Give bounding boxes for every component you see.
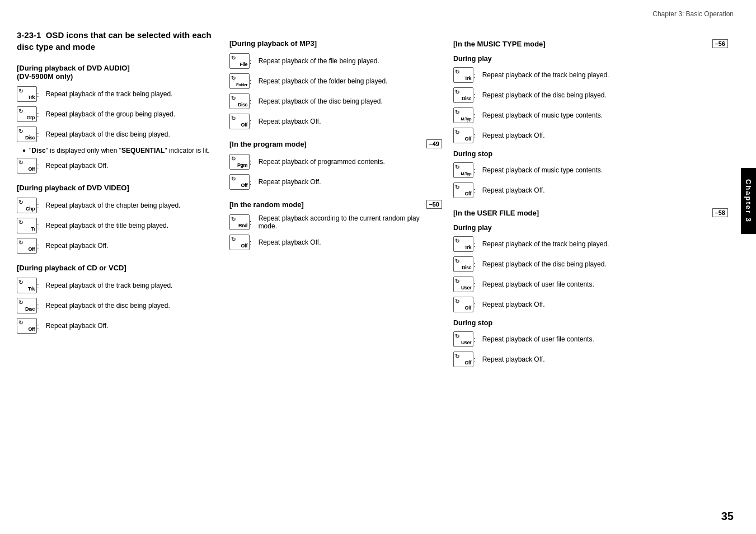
icon-row-off-program: ↻ Off : Repeat playback Off. [229, 174, 442, 190]
icon-disc-music: ↻ Disc [453, 87, 473, 103]
ref-49: –49 [426, 139, 442, 148]
icon-trk-cd: ↻ Trk [17, 278, 37, 293]
sub-heading-user-stop: During stop [453, 319, 728, 327]
section-heading-dvd-video: [During playback of DVD VIDEO] [17, 184, 218, 192]
icon-row-disc-music: ↻ Disc : Repeat playback of the disc bei… [453, 87, 728, 103]
icon-row-disc-cd: ↻ Disc : Repeat playback of the disc bei… [17, 298, 218, 313]
chapter-tab: Chapter 3 [741, 168, 756, 234]
desc-off-music-stop: Repeat playback Off. [482, 186, 545, 194]
icon-row-disc-user: ↻ Disc : Repeat playback of the disc bei… [453, 256, 728, 272]
header-text: Chapter 3: Basic Operation [652, 10, 734, 18]
icon-row-off-dvd-audio: ↻ Off : Repeat playback Off. [17, 158, 218, 174]
sub-heading-music-type-play: During play [453, 55, 728, 63]
icon-row-trk-cd: ↻ Trk : Repeat playback of the track bei… [17, 278, 218, 293]
left-column: 3-23-1 OSD icons that can be selected wi… [17, 29, 229, 372]
icon-row-chp: ↻ Chp : Repeat playback of the chapter b… [17, 198, 218, 213]
desc-folder: Repeat playback of the folder being play… [259, 77, 388, 85]
desc-off-cd: Repeat playback Off. [46, 322, 109, 330]
ref-58: –58 [712, 208, 728, 217]
icon-disc-mp3: ↻ Disc [229, 93, 250, 109]
icon-row-off-mp3: ↻ Off : Repeat playback Off. [229, 114, 442, 129]
icon-row-trk-music: ↻ Trk : Repeat playback of the track bei… [453, 67, 728, 83]
icon-disc-cd: ↻ Disc [17, 298, 37, 313]
icon-grp: ↻ Grp [17, 106, 37, 122]
icon-off-program: ↻ Off [229, 174, 250, 190]
section-random: [In the random mode] –50 ↻ Rnd : Repeat … [229, 200, 442, 250]
section-dvd-audio: [During playback of DVD AUDIO](DV-5900M … [17, 64, 218, 174]
desc-user-play: Repeat playback of user file contents. [482, 280, 594, 288]
desc-off-dvd-audio: Repeat playback Off. [46, 162, 109, 170]
desc-mtyp-stop: Repeat playback of music type contents. [482, 166, 603, 174]
icon-chp: ↻ Chp [17, 198, 37, 213]
section-program: [In the program mode] –49 ↻ Pgm : Repeat… [229, 139, 442, 190]
desc-ti: Repeat playback of the title being playe… [46, 222, 168, 229]
icon-off-user-play: ↻ Off [453, 297, 473, 312]
icon-row-off-dvd-video: ↻ Off : Repeat playback Off. [17, 238, 218, 254]
section-cd-vcd: [During playback of CD or VCD] ↻ Trk : R… [17, 264, 218, 334]
note-sequential: "Disc" is displayed only when "SEQUENTIA… [22, 147, 218, 154]
desc-trk-cd: Repeat playback of the track being playe… [46, 282, 173, 289]
icon-row-off-random: ↻ Off : Repeat playback Off. [229, 235, 442, 250]
icon-pgm: ↻ Pgm [229, 154, 250, 170]
desc-off-user-play: Repeat playback Off. [482, 301, 545, 308]
icon-off-mp3: ↻ Off [229, 114, 250, 129]
desc-mtyp-play: Repeat playback of music type contents. [482, 111, 603, 119]
desc-off-mp3: Repeat playback Off. [259, 118, 321, 125]
icon-row-mtyp-play: ↻ M.Typ : Repeat playback of music type … [453, 107, 728, 123]
icon-disc-user: ↻ Disc [453, 256, 473, 272]
page-header: Chapter 3: Basic Operation [0, 0, 756, 24]
section-heading-program: [In the program mode] –49 [229, 139, 442, 148]
desc-chp: Repeat playback of the chapter being pla… [46, 202, 181, 209]
icon-file: ↻ File [229, 53, 250, 69]
icon-row-grp: ↻ Grp : Repeat playback of the group bei… [17, 106, 218, 122]
section-mp3: [During playback of MP3] ↻ File : Repeat… [229, 39, 442, 129]
desc-off-user-stop: Repeat playback Off. [482, 355, 545, 363]
icon-row-ti: ↻ Ti : Repeat playback of the title bein… [17, 218, 218, 233]
desc-grp: Repeat playback of the group being playe… [46, 110, 176, 118]
desc-disc-music: Repeat playback of the disc being played… [482, 91, 607, 99]
desc-pgm: Repeat playback of programmed contents. [259, 158, 385, 166]
icon-off-music-stop: ↻ Off [453, 182, 473, 198]
desc-disc-cd: Repeat playback of the disc being played… [46, 302, 170, 310]
desc-off-music-play: Repeat playback Off. [482, 132, 545, 139]
icon-rnd: ↻ Rnd [229, 214, 250, 230]
icon-user-play: ↻ User [453, 277, 473, 292]
desc-disc-mp3: Repeat playback of the disc being played… [259, 97, 383, 105]
icon-ti: ↻ Ti [17, 218, 37, 233]
icon-off-dvd-video: ↻ Off [17, 238, 37, 254]
desc-user-stop: Repeat playback of user file contents. [482, 335, 594, 343]
icon-row-disc-mp3: ↻ Disc : Repeat playback of the disc bei… [229, 93, 442, 109]
section-heading-random: [In the random mode] –50 [229, 200, 442, 209]
sub-heading-music-type-stop: During stop [453, 150, 728, 158]
icon-row-rnd: ↻ Rnd : Repeat playback according to the… [229, 214, 442, 230]
icon-off-user-stop: ↻ Off [453, 352, 473, 367]
desc-trk-music: Repeat playback of the track being playe… [482, 71, 609, 79]
main-content: 3-23-1 OSD icons that can be selected wi… [0, 24, 756, 388]
icon-mtyp-play: ↻ M.Typ [453, 107, 473, 123]
desc-off-random: Repeat playback Off. [259, 238, 321, 246]
icon-off-random: ↻ Off [229, 235, 250, 250]
icon-mtyp-stop: ↻ M.Typ [453, 162, 473, 178]
icon-user-stop: ↻ User [453, 331, 473, 347]
icon-row-pgm: ↻ Pgm : Repeat playback of programmed co… [229, 154, 442, 170]
icon-row-file: ↻ File : Repeat playback of the file bei… [229, 53, 442, 69]
icon-row-off-cd: ↻ Off : Repeat playback Off. [17, 318, 218, 334]
section-heading-music-type: [In the MUSIC TYPE mode] –56 [453, 39, 728, 48]
section-heading-user-file: [In the USER FILE mode] –58 [453, 208, 728, 217]
ref-50: –50 [426, 200, 442, 209]
right-column: [In the MUSIC TYPE mode] –56 During play… [453, 29, 739, 372]
icon-row-off-music-play: ↻ Off : Repeat playback Off. [453, 128, 728, 143]
icon-trk-dvd-audio: ↻ Trk [17, 86, 37, 102]
section-music-type: [In the MUSIC TYPE mode] –56 During play… [453, 39, 728, 198]
icon-off-cd: ↻ Off [17, 318, 37, 334]
icon-row-user-stop: ↻ User : Repeat playback of user file co… [453, 331, 728, 347]
sub-heading-user-play: During play [453, 224, 728, 232]
ref-56: –56 [712, 39, 728, 48]
icon-trk-user: ↻ Trk [453, 236, 473, 252]
desc-trk-dvd-audio: Repeat playback of the track being playe… [46, 90, 173, 98]
icon-row-mtyp-stop: ↻ M.Typ : Repeat playback of music type … [453, 162, 728, 178]
icon-row-trk-dvd-audio: ↻ Trk : Repeat playback of the track bei… [17, 86, 218, 102]
desc-off-dvd-video: Repeat playback Off. [46, 242, 109, 250]
desc-file: Repeat playback of the file being played… [259, 57, 379, 65]
icon-off-dvd-audio: ↻ Off [17, 158, 37, 174]
